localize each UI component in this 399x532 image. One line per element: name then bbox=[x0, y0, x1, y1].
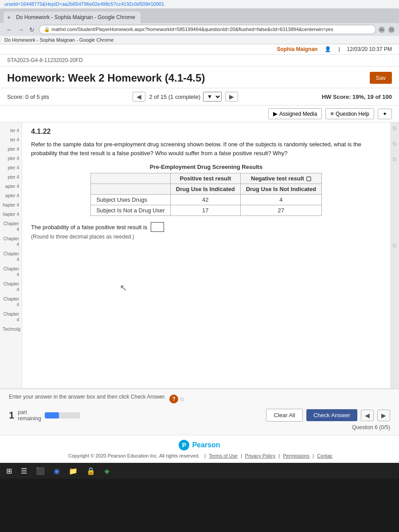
remaining-label: remaining bbox=[18, 415, 41, 422]
footer-sep3: | bbox=[278, 453, 281, 458]
user-icon: 👤 bbox=[325, 46, 331, 52]
nav-arrows: ◀ 2 of 15 (1 complete) ▼ ▶ bbox=[133, 92, 238, 102]
sidebar-item[interactable]: Chapter 4 bbox=[0, 234, 22, 249]
check-answer-button[interactable]: Check Answer bbox=[306, 409, 357, 421]
taskbar-app-icon[interactable]: ◈ bbox=[102, 466, 112, 476]
row-1-col1: 42 bbox=[170, 195, 240, 205]
bottom-action-btns: Clear All Check Answer ◀ ▶ bbox=[266, 409, 390, 422]
lock-icon: 🔒 bbox=[44, 27, 50, 32]
windows-start-button[interactable]: ⊞ bbox=[4, 466, 15, 476]
sidebar-item[interactable]: ter 4 bbox=[0, 126, 22, 135]
data-table: Positive test result Negative test resul… bbox=[90, 173, 322, 216]
pearson-logo: P Pearson bbox=[9, 440, 390, 450]
forward-button[interactable]: → bbox=[16, 25, 26, 34]
extra-icon: ✦ bbox=[383, 111, 387, 117]
part-label: part bbox=[18, 409, 41, 415]
row-label-2: Subject Is Not a Drug User bbox=[91, 205, 171, 216]
probability-row: The probability of a false positive test… bbox=[31, 222, 381, 232]
bottom-bar: Enter your answer in the answer box and … bbox=[0, 388, 399, 435]
sidebar-item[interactable]: pter 4 bbox=[0, 154, 22, 163]
assigned-media-label: Assigned Media bbox=[279, 111, 317, 117]
taskbar-task-view[interactable]: ⬛ bbox=[33, 466, 47, 476]
taskbar-search-button[interactable]: ☰ bbox=[18, 466, 30, 476]
table-header-empty bbox=[91, 173, 171, 184]
hw-title-bar: Homework: Week 2 Homework (4.1-4.5) Sav bbox=[0, 66, 399, 88]
back-button[interactable]: ← bbox=[4, 25, 14, 34]
datetime: 12/03/20 10:37 PM bbox=[347, 46, 392, 52]
table-subheader-not-indicated: Drug Use Is Not Indicated bbox=[240, 184, 321, 195]
footer-sep4: | bbox=[313, 453, 315, 458]
footer: P Pearson Copyright © 2020 Pearson Educa… bbox=[0, 435, 399, 463]
question-id: 4.1.22 bbox=[31, 128, 381, 136]
round-note: (Round to three decimal places as needed… bbox=[31, 234, 381, 240]
next-question-button[interactable]: ▶ bbox=[225, 92, 238, 102]
contact-link[interactable]: Contac bbox=[317, 453, 332, 458]
clear-all-button[interactable]: Clear All bbox=[266, 409, 302, 422]
progress-dropdown[interactable]: ▼ bbox=[203, 92, 222, 102]
question-help-button[interactable]: ≡ Question Help bbox=[325, 108, 374, 119]
url-text: mathxl.com/Student/PlayerHomework.aspx?h… bbox=[51, 27, 333, 32]
sidebar-item[interactable]: pter 4 bbox=[0, 163, 22, 172]
assignment-id-bar: STA2023-G4-8-11232020-20FD bbox=[0, 55, 399, 66]
save-button[interactable]: Sav bbox=[370, 72, 392, 84]
sidebar-item[interactable]: Chapter 4 bbox=[0, 219, 22, 234]
prev-question-button[interactable]: ◀ bbox=[133, 92, 145, 102]
address-input[interactable]: 🔒 mathxl.com/Student/PlayerHomework.aspx… bbox=[39, 25, 376, 34]
prev-nav-button[interactable]: ◀ bbox=[361, 410, 374, 421]
sidebar-item[interactable]: Technolg bbox=[0, 325, 22, 334]
footer-copyright: Copyright © 2020 Pearson Education Inc. … bbox=[68, 453, 200, 458]
sidebar-item[interactable]: Chapter 4 bbox=[0, 264, 22, 279]
help-icon[interactable]: ? bbox=[169, 395, 178, 403]
part-info: 1 part remaining bbox=[9, 409, 80, 422]
score-text: Score: 0 of 5 pts bbox=[7, 94, 49, 100]
refresh-button[interactable]: ↻ bbox=[27, 25, 36, 34]
sidebar-item[interactable]: Chapter 4 bbox=[0, 279, 22, 294]
privacy-policy-link[interactable]: Privacy Policy bbox=[245, 453, 275, 458]
sidebar-item[interactable]: ter 4 bbox=[0, 135, 22, 145]
sidebar-item[interactable]: hapter 4 bbox=[0, 210, 22, 219]
tab-bar: + Do Homework - Sophia Maignan - Google … bbox=[0, 9, 399, 23]
window-controls: — □ bbox=[379, 27, 395, 33]
user-bar: Sophia Maignan 👤 | 12/03/20 10:37 PM bbox=[0, 44, 399, 55]
minimize-button[interactable]: — bbox=[379, 27, 385, 33]
separator: | bbox=[338, 46, 340, 52]
taskbar-files-icon[interactable]: 📁 bbox=[66, 466, 80, 476]
user-name: Sophia Maignan bbox=[277, 46, 317, 52]
taskbar-chrome-icon[interactable]: ◉ bbox=[51, 466, 63, 476]
score-nav-bar: Score: 0 of 5 pts ◀ 2 of 15 (1 complete)… bbox=[0, 88, 399, 106]
toolbar-row: ▶ Assigned Media ≡ Question Help ✦ bbox=[0, 106, 399, 122]
footer-separator: | bbox=[204, 453, 207, 458]
table-subheader-indicated: Drug Use Is Indicated bbox=[170, 184, 240, 195]
permissions-link[interactable]: Permissions bbox=[283, 453, 309, 458]
extra-help-button[interactable]: ✦ bbox=[378, 109, 392, 119]
next-nav-button[interactable]: ▶ bbox=[377, 410, 390, 421]
nav-buttons: ← → ↻ bbox=[4, 25, 36, 34]
sidebar-item[interactable]: Chapter 4 bbox=[0, 294, 22, 309]
tab-plus[interactable]: + bbox=[7, 14, 11, 21]
table-row: Subject Is Not a Drug User 17 27 bbox=[91, 205, 322, 216]
sidebar-item[interactable]: pter 4 bbox=[0, 145, 22, 154]
tab-label: Do Homework - Sophia Maignan - Google Ch… bbox=[16, 14, 135, 20]
sidebar-item[interactable]: Chapter 4 bbox=[0, 249, 22, 264]
window-title: Do Homework - Sophia Maignan - Google Ch… bbox=[4, 37, 113, 43]
progress-bar-fill bbox=[45, 412, 59, 419]
terms-of-use-link[interactable]: Terms of Use bbox=[209, 453, 238, 458]
answer-input[interactable] bbox=[151, 222, 164, 232]
taskbar-lock-icon[interactable]: 🔒 bbox=[84, 466, 98, 476]
assigned-media-button[interactable]: ▶ Assigned Media bbox=[268, 108, 322, 119]
question-score-label: Question 6 (0/5) bbox=[9, 424, 390, 430]
pearson-name: Pearson bbox=[192, 441, 220, 449]
row-1-col2: 4 bbox=[240, 195, 321, 205]
question-text: Refer to the sample data for pre-employm… bbox=[31, 140, 381, 157]
sidebar-item[interactable]: apter 4 bbox=[0, 182, 22, 191]
sidebar-item[interactable]: apter 4 bbox=[0, 191, 22, 200]
browser-tab[interactable]: + Do Homework - Sophia Maignan - Google … bbox=[4, 12, 141, 23]
progress-bar-container bbox=[45, 412, 80, 419]
full-url: urseld=16448775&HepID=aa2b654796e02e498c… bbox=[4, 1, 164, 7]
sidebar-item[interactable]: Chapter 4 bbox=[0, 309, 22, 325]
main-content: Sophia Maignan 👤 | 12/03/20 10:37 PM STA… bbox=[0, 44, 399, 463]
sidebar-item[interactable]: hapter 4 bbox=[0, 200, 22, 210]
footer-sep2: | bbox=[241, 453, 243, 458]
sidebar-item[interactable]: pter 4 bbox=[0, 172, 22, 182]
maximize-button[interactable]: □ bbox=[388, 27, 395, 33]
